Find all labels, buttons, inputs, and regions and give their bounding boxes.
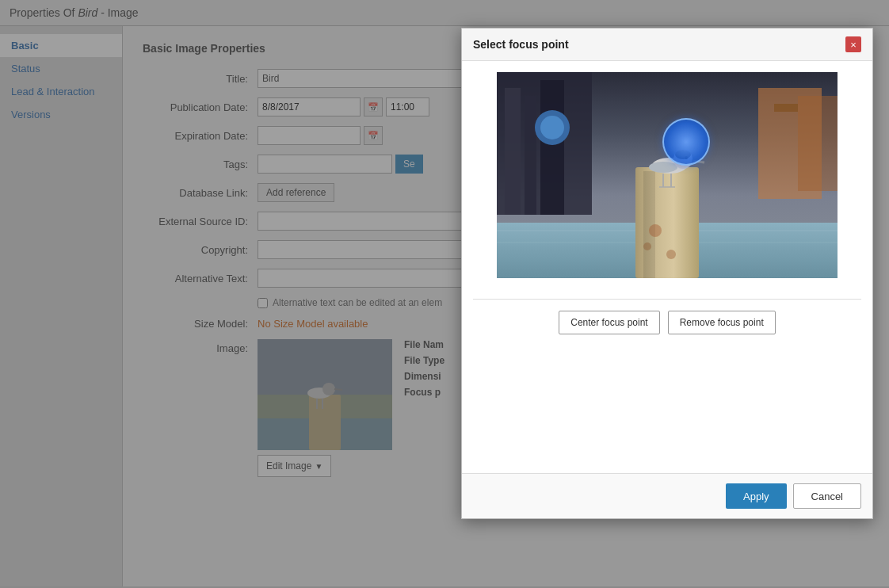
- modal-actions-row: Center focus point Remove focus point: [559, 307, 775, 342]
- center-focus-point-button[interactable]: Center focus point: [559, 311, 659, 334]
- svg-point-28: [649, 162, 677, 173]
- svg-rect-12: [525, 96, 536, 215]
- focus-point-indicator[interactable]: [662, 118, 710, 166]
- svg-rect-17: [798, 96, 837, 191]
- main-window: Properties Of Bird - Image Basic Status …: [0, 0, 889, 588]
- svg-point-25: [666, 250, 676, 259]
- bird-scene-svg: [497, 72, 837, 278]
- modal-body: Center focus point Remove focus point: [462, 61, 872, 473]
- select-focus-point-modal: Select focus point ×: [461, 28, 873, 519]
- bird-focus-image[interactable]: [497, 72, 837, 278]
- svg-point-26: [643, 242, 651, 250]
- remove-focus-point-button[interactable]: Remove focus point: [668, 311, 776, 334]
- modal-title: Select focus point: [473, 38, 569, 51]
- apply-button[interactable]: Apply: [726, 483, 787, 509]
- modal-header: Select focus point ×: [462, 29, 872, 61]
- modal-footer: Apply Cancel: [462, 473, 872, 518]
- cancel-button[interactable]: Cancel: [793, 483, 861, 509]
- modal-close-button[interactable]: ×: [845, 36, 861, 52]
- svg-point-15: [540, 116, 564, 139]
- svg-rect-13: [540, 80, 564, 215]
- modal-overlay: Select focus point ×: [0, 0, 889, 588]
- modal-divider: [473, 299, 861, 300]
- svg-rect-18: [774, 104, 798, 112]
- svg-point-24: [649, 224, 662, 237]
- svg-rect-11: [505, 88, 521, 215]
